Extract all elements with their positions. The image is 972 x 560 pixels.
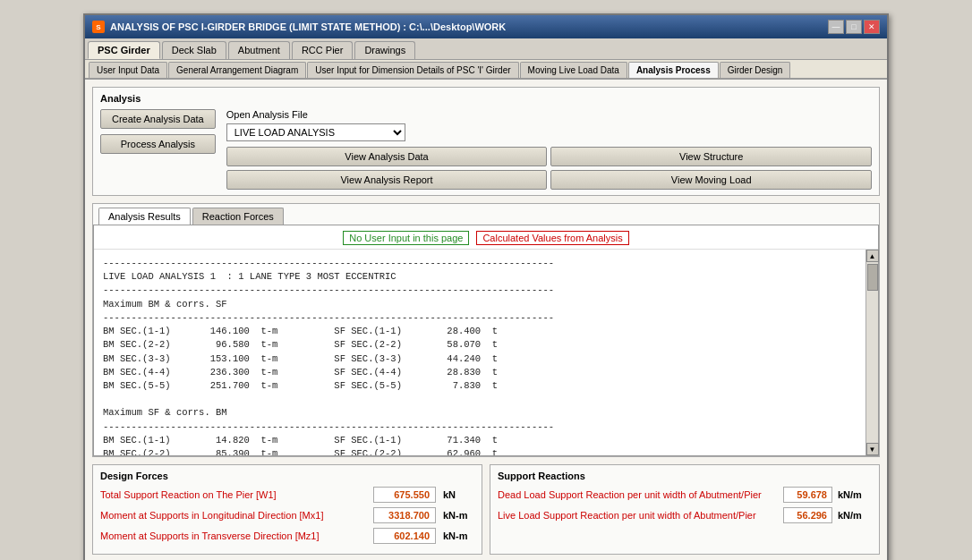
scroll-down-btn[interactable]: ▼ [866,443,879,455]
force-row-3: Moment at Supports in Transverse Directi… [100,528,474,544]
reaction-label-1: Dead Load Support Reaction per unit widt… [498,488,778,501]
reaction-unit-2: kN/m [838,510,872,521]
legend-no-input: No User Input in this page [343,231,469,245]
force-value-2: 3318.700 [373,507,436,523]
view-moving-load-btn[interactable]: View Moving Load [550,170,872,190]
force-row-1: Total Support Reaction on The Pier [W1] … [100,487,474,503]
design-forces-title: Design Forces [100,471,474,481]
design-forces-box: Design Forces Total Support Reaction on … [92,464,482,555]
support-reactions-box: Support Reactions Dead Load Support Reac… [490,464,880,555]
reaction-label-2: Live Load Support Reaction per unit widt… [498,509,778,522]
tab-rcc-pier[interactable]: RCC Pier [292,41,353,59]
results-section: Analysis Results Reaction Forces No User… [92,203,880,457]
force-unit-1: kN [443,489,474,500]
bottom-section: Design Forces Total Support Reaction on … [92,464,880,555]
legend-row: No User Input in this page Calculated Va… [94,225,878,250]
process-analysis-btn[interactable]: Process Analysis [100,134,216,154]
force-unit-2: kN-m [443,510,474,521]
reaction-row-2: Live Load Support Reaction per unit widt… [498,507,872,523]
view-analysis-report-btn[interactable]: View Analysis Report [226,170,548,190]
force-row-2: Moment at Supports in Longitudinal Direc… [100,507,474,523]
maximize-button[interactable]: □ [846,20,862,34]
close-button[interactable]: ✕ [864,20,880,34]
tab-psc-girder[interactable]: PSC Girder [88,41,160,59]
force-value-3: 602.140 [373,528,436,544]
analysis-file-select[interactable]: LIVE LOAD ANALYSISDEAD LOAD ANALYSIS [226,123,405,141]
scroll-up-btn[interactable]: ▲ [866,250,879,262]
open-file-label: Open Analysis File [226,109,872,120]
force-label-2: Moment at Supports in Longitudinal Direc… [100,510,366,521]
second-tab-bar: User Input Data General Arrangement Diag… [85,60,887,80]
title-bar-buttons: — □ ✕ [828,20,880,34]
scrollbar[interactable]: ▲ ▼ [865,250,878,455]
create-analysis-btn[interactable]: Create Analysis Data [100,109,216,129]
analysis-section: Analysis Create Analysis Data Process An… [92,87,880,196]
legend-calculated: Calculated Values from Analysis [476,231,628,245]
force-label-1: Total Support Reaction on The Pier [W1] [100,489,366,500]
content-area: Analysis Create Analysis Data Process An… [85,80,887,560]
window-title: ANALYSIS OF PSC I-GIRDER BRIDGE (LIMIT S… [110,21,506,32]
tab-reaction-forces[interactable]: Reaction Forces [192,208,284,225]
tab-deck-slab[interactable]: Deck Slab [162,41,226,59]
tab-user-input-dimension[interactable]: User Input for Dimension Details of PSC … [307,62,518,78]
tab-abutment[interactable]: Abutment [228,41,290,59]
tab-analysis-results[interactable]: Analysis Results [98,208,191,225]
force-value-1: 675.550 [373,487,436,503]
reaction-row-1: Dead Load Support Reaction per unit widt… [498,487,872,503]
support-reactions-title: Support Reactions [498,471,872,481]
tab-drawings[interactable]: Drawings [354,41,415,59]
scroll-thumb[interactable] [867,264,878,291]
results-content-box: No User Input in this page Calculated Va… [93,225,879,456]
app-icon: S [92,21,105,33]
reaction-unit-1: kN/m [838,489,872,500]
tab-girder-design[interactable]: Girder Design [720,62,791,78]
reaction-value-2: 56.296 [783,507,832,523]
top-tab-bar: PSC Girder Deck Slab Abutment RCC Pier D… [85,38,887,60]
analysis-title: Analysis [100,93,872,104]
view-structure-btn[interactable]: View Structure [550,147,872,166]
tab-user-input-data[interactable]: User Input Data [89,62,167,78]
tab-analysis-process[interactable]: Analysis Process [628,62,719,78]
reaction-value-1: 59.678 [783,487,832,503]
force-unit-3: kN-m [443,530,474,541]
results-tab-bar: Analysis Results Reaction Forces [98,208,874,225]
title-bar: S ANALYSIS OF PSC I-GIRDER BRIDGE (LIMIT… [85,15,887,38]
report-content[interactable]: ----------------------------------------… [94,250,878,455]
minimize-button[interactable]: — [828,20,844,34]
tab-general-arrangement[interactable]: General Arrangement Diagram [168,62,306,78]
tab-moving-live-load[interactable]: Moving Live Load Data [520,62,627,78]
force-label-3: Moment at Supports in Transverse Directi… [100,530,366,541]
view-analysis-data-btn[interactable]: View Analysis Data [226,147,548,166]
